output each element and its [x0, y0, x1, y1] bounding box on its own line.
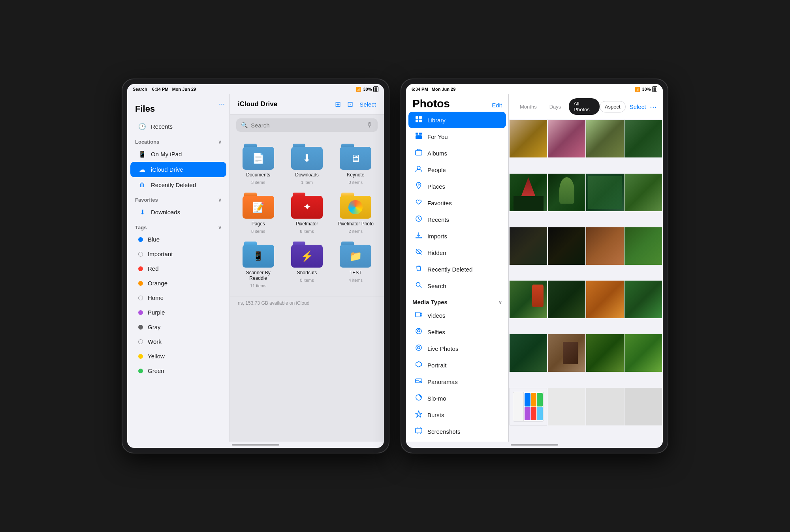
folder-pages[interactable]: 📝 Pages 8 items	[238, 193, 278, 234]
photos-grid	[509, 119, 663, 442]
sidebar-item-library[interactable]: Library	[408, 112, 506, 128]
photos-select-button[interactable]: Select	[630, 103, 646, 110]
sidebar-tag-orange[interactable]: Orange	[130, 276, 226, 290]
sidebar-item-icloud-drive[interactable]: ☁ iCloud Drive	[130, 162, 226, 177]
folder-keynote[interactable]: 🖥 Keynote 0 items	[335, 144, 376, 185]
folder-pixelmator-photo[interactable]: Pixelmator Photo 2 items	[335, 193, 376, 234]
photo-cell-16[interactable]	[624, 281, 662, 318]
photo-cell-14[interactable]	[548, 281, 585, 318]
new-folder-icon[interactable]: ⊞	[335, 100, 341, 109]
sidebar-item-favorites[interactable]: Favorites	[408, 195, 506, 211]
sidebar-item-people[interactable]: People	[408, 161, 506, 178]
photos-edit-button[interactable]: Edit	[492, 102, 502, 109]
sidebar-tag-home[interactable]: Home	[130, 290, 226, 305]
sidebar-tag-yellow[interactable]: Yellow	[130, 349, 226, 363]
photo-cell-24[interactable]	[624, 388, 662, 425]
files-footer-text: ns, 153.73 GB available on iCloud	[238, 300, 309, 306]
photo-cell-15[interactable]	[586, 281, 624, 318]
sidebar-item-selfies[interactable]: Selfies	[408, 324, 506, 340]
photo-cell-11[interactable]	[586, 227, 624, 265]
videos-icon	[415, 311, 423, 320]
photo-cell-screenshot[interactable]	[510, 388, 547, 425]
photo-cell-22[interactable]	[548, 388, 585, 425]
folder-pixelmator[interactable]: ✦ Pixelmator 8 items	[286, 193, 327, 234]
favorites-chevron[interactable]: ∨	[218, 197, 222, 203]
sidebar-tag-blue[interactable]: Blue	[130, 232, 226, 247]
tab-all-photos[interactable]: All Photos	[569, 98, 600, 115]
locations-chevron[interactable]: ∨	[218, 139, 222, 145]
sidebar-tag-green[interactable]: Green	[130, 363, 226, 378]
sidebar-item-search[interactable]: Search	[408, 277, 506, 294]
photo-cell-6[interactable]	[548, 174, 585, 211]
sidebar-item-recents[interactable]: Recents	[408, 211, 506, 228]
microphone-icon[interactable]: 🎙	[367, 122, 373, 129]
sidebar-item-live-photos[interactable]: Live Photos	[408, 340, 506, 357]
select-button[interactable]: Select	[359, 101, 376, 108]
icloud-icon: ☁	[138, 166, 146, 173]
photo-cell-5[interactable]	[510, 174, 547, 211]
photo-cell-13[interactable]	[510, 281, 547, 318]
sidebar-item-videos[interactable]: Videos	[408, 307, 506, 324]
tab-months[interactable]: Months	[515, 101, 542, 112]
photo-cell-18[interactable]	[548, 334, 585, 372]
sidebar-item-for-you[interactable]: For You	[408, 128, 506, 145]
sidebar-item-recently-deleted[interactable]: Recently Deleted	[408, 261, 506, 277]
photo-cell-7[interactable]	[586, 174, 624, 211]
files-status-right: 📶 30% ▓	[356, 86, 378, 92]
favorites-label: Favorites	[135, 197, 158, 203]
hidden-label: Hidden	[427, 249, 446, 256]
folder-downloads[interactable]: ⬇ Downloads 1 item	[286, 144, 327, 185]
sidebar-tag-purple[interactable]: Purple	[130, 305, 226, 320]
folder-shortcuts[interactable]: ⚡ Shortcuts 0 items	[286, 242, 327, 288]
sidebar-item-albums[interactable]: Albums	[408, 145, 506, 161]
sidebar-item-on-my-ipad[interactable]: 📱 On My iPad	[130, 146, 226, 162]
files-home-indicator	[232, 444, 279, 446]
tab-days[interactable]: Days	[545, 101, 566, 112]
folder-scanner[interactable]: 📱 Scanner By Readdle 11 items	[238, 242, 278, 288]
folder-pages-name: Pages	[252, 221, 265, 227]
photo-cell-10[interactable]	[548, 227, 585, 265]
photo-cell-20[interactable]	[624, 334, 662, 372]
photo-cell-8[interactable]	[624, 174, 662, 211]
photo-cell-23[interactable]	[586, 388, 624, 425]
files-search-bar[interactable]: 🔍 🎙	[236, 118, 378, 132]
sidebar-tag-work[interactable]: Work	[130, 334, 226, 349]
sidebar-item-recently-deleted[interactable]: 🗑 Recently Deleted	[130, 177, 226, 192]
grid-view-icon[interactable]: ⊡	[347, 100, 353, 109]
folder-test[interactable]: 📁 TEST 4 items	[335, 242, 376, 288]
sidebar-tag-gray[interactable]: Gray	[130, 320, 226, 334]
sidebar-item-screen-recordings[interactable]: Screen Recordings	[408, 440, 506, 442]
files-more-dots[interactable]: ···	[219, 100, 225, 108]
photo-cell-4[interactable]	[624, 120, 662, 157]
photo-cell-9[interactable]	[510, 227, 547, 265]
media-types-chevron[interactable]: ∨	[498, 300, 502, 305]
sidebar-item-hidden[interactable]: Hidden	[408, 244, 506, 261]
wifi-icon: 📶	[356, 87, 361, 92]
folder-pixelmator-count: 8 items	[300, 229, 314, 234]
photo-cell-2[interactable]	[548, 120, 585, 157]
folder-pages-icon: 📝	[243, 193, 274, 219]
svg-point-9	[418, 184, 419, 185]
sidebar-item-places[interactable]: Places	[408, 178, 506, 195]
photo-cell-17[interactable]	[510, 334, 547, 372]
sidebar-item-portrait[interactable]: Portrait	[408, 357, 506, 373]
photo-cell-12[interactable]	[624, 227, 662, 265]
aspect-button[interactable]: Aspect	[600, 101, 626, 112]
sidebar-tag-important[interactable]: Important	[130, 247, 226, 261]
photo-cell-3[interactable]	[586, 120, 624, 157]
photo-cell-1[interactable]	[510, 120, 547, 157]
sidebar-tag-red[interactable]: Red	[130, 261, 226, 276]
sidebar-item-imports[interactable]: Imports	[408, 228, 506, 244]
sidebar-item-downloads[interactable]: ⬇ Downloads	[130, 204, 226, 220]
folder-documents[interactable]: 📄 Documents 3 items	[238, 144, 278, 185]
sidebar-item-slo-mo[interactable]: Slo-mo	[408, 390, 506, 406]
photo-cell-19[interactable]	[586, 334, 624, 372]
folder-pages-count: 8 items	[251, 229, 265, 234]
search-input[interactable]	[251, 122, 363, 129]
sidebar-item-screenshots[interactable]: Screenshots	[408, 423, 506, 440]
sidebar-item-bursts[interactable]: Bursts	[408, 406, 506, 423]
tags-chevron[interactable]: ∨	[218, 225, 222, 230]
sidebar-item-recents[interactable]: 🕐 Recents	[130, 119, 226, 134]
photos-more-dots[interactable]: ···	[650, 102, 656, 111]
sidebar-item-panoramas[interactable]: Panoramas	[408, 373, 506, 390]
